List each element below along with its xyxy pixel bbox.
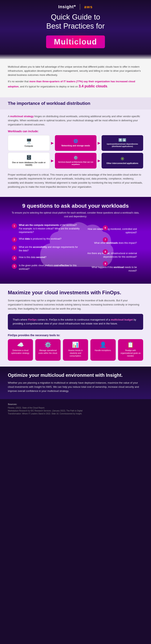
intro-para1: Multicloud allows you to take full advan…: [8, 65, 143, 77]
question-6: How are costs being monitored, controlle…: [84, 227, 139, 234]
workload-other: ✳️ Other interconnected applications: [102, 153, 143, 168]
q4-number: 4: [12, 256, 17, 260]
tool-label-1: Determine a cloud optimization strategy.: [10, 349, 31, 354]
insight-logo: Insight⊕: [58, 4, 76, 10]
q2-number: 2: [12, 237, 17, 242]
aws-logo: aws: [84, 5, 93, 9]
footer-section: Sources: Flexera. (2022). State of the C…: [0, 399, 151, 421]
tool-determine: ☁️ Determine a cloud optimization strate…: [8, 339, 33, 361]
right-questions-col: 1 What are the compute requirements of t…: [9, 223, 81, 274]
q-title: 9 questions to ask about your workloads: [10, 203, 141, 209]
question-8: Are there any logical, infrastructural o…: [84, 252, 139, 258]
q5-number: 5: [12, 264, 17, 269]
optimize-para: Whether you are planning a migration to …: [8, 381, 143, 393]
workload-databases: 🗄️ One or more databases (for scale or H…: [8, 152, 50, 169]
importance-title-bar: The importance of workload distribution: [0, 97, 151, 110]
question-2: 2 What data is produced by this workload…: [12, 237, 81, 242]
logos-container: Insight⊕ aws: [8, 4, 143, 10]
nine-questions-section: 9 questions to ask about your workloads …: [0, 197, 151, 284]
q3-text: What are the accessibility and storage r…: [19, 245, 81, 252]
tool-realign: 📋 Realign with organizational goals as n…: [118, 339, 143, 361]
tool-label-4: Handle exceptions.: [95, 349, 111, 352]
finops-title: Maximize your cloud investments with Fin…: [8, 290, 143, 296]
finops-highlight-box: That's where FinOps comes in. FinOps is …: [8, 314, 143, 330]
q-subtitle: To ensure you're selecting the optimal c…: [10, 211, 141, 218]
workload-para1: A multicloud strategy hinges on distribu…: [8, 114, 143, 126]
finops-para1: Some organizations may opt for a singula…: [8, 298, 143, 311]
q4-text: How is this data secured?: [19, 256, 47, 259]
question-1: 1 What are the compute requirements of t…: [12, 223, 81, 234]
workload-services: ⚙️ Services-based architectures that can…: [55, 153, 96, 168]
intro-section: Multicloud allows you to take full advan…: [0, 59, 151, 97]
main-title: Quick Guide to Best Practices for: [8, 13, 143, 30]
cloud-icon: ☁️: [17, 342, 24, 348]
workload-section: A multicloud strategy hinges on distribu…: [0, 110, 151, 197]
tool-label-2: Manage operational costs within the clou…: [37, 349, 59, 354]
question-9: What happens if this workload needs to b…: [84, 266, 139, 272]
workload-compute: 🖥️ Compute: [8, 135, 50, 151]
chart-icon: 📊: [72, 342, 79, 348]
finops-tools-label: FinOps provides the necessary tools to:: [8, 334, 143, 337]
finops-tools-grid: ☁️ Determine a cloud optimization strate…: [8, 339, 143, 361]
gear-icon: ⚙️: [45, 342, 51, 348]
person-icon: 👤: [100, 342, 106, 348]
q1-text: What are the compute requirements of the…: [19, 223, 81, 234]
tool-label-5: Realign with organizational goals as nee…: [120, 349, 141, 357]
workload-networking: 🌐 Networking and storage needs: [55, 135, 96, 151]
q2-text: What data is produced by this workload?: [19, 237, 61, 240]
q1-number: 1: [12, 223, 17, 228]
left-questions-col: How are costs being monitored, controlle…: [84, 223, 142, 274]
q5-text: Is the given public cloud platform cost-…: [19, 264, 81, 271]
sources-text: Flexera. (2022). State of the Cloud Repo…: [8, 406, 143, 415]
q7-number: 7: [103, 237, 108, 242]
question-4: 4 How is this data secured?: [12, 256, 81, 260]
tool-label-3: Assess trends in elasticity and consumpt…: [65, 349, 86, 357]
workload-upstream: ⬆️⬇️ Upstream/downstream dependencies (d…: [102, 135, 143, 151]
question-3: 3 What are the accessibility and storage…: [12, 245, 81, 252]
workload-para2: Proper workload alignment is critical. T…: [8, 173, 143, 189]
question-5: 5 Is the given public cloud platform cos…: [12, 264, 81, 271]
q3-number: 3: [12, 245, 17, 250]
question-7: What other workloads does this impact?: [84, 241, 139, 245]
optimize-section: Optimize your multicloud environment wit…: [0, 366, 151, 399]
q6-number: 6: [103, 225, 108, 230]
q8-number: 8: [103, 249, 108, 254]
intro-para2: It's no wonder that more than three-quar…: [8, 80, 143, 89]
workloads-label: Workloads can include:: [8, 130, 143, 133]
optimize-title: Optimize your multicloud environment wit…: [8, 372, 143, 378]
tool-handle: 👤 Handle exceptions.: [90, 339, 115, 361]
header-section: Insight⊕ aws Quick Guide to Best Practic…: [0, 0, 151, 59]
importance-heading: The importance of workload distribution: [8, 101, 143, 106]
sources-label: Sources:: [8, 403, 143, 405]
clipboard-icon: 📋: [127, 342, 134, 348]
finops-section: Maximize your cloud investments with Fin…: [0, 284, 151, 366]
tool-manage: ⚙️ Manage operational costs within the c…: [35, 339, 60, 361]
q9-number: 9: [103, 261, 108, 266]
tool-assess: 📊 Assess trends in elasticity and consum…: [63, 339, 88, 361]
